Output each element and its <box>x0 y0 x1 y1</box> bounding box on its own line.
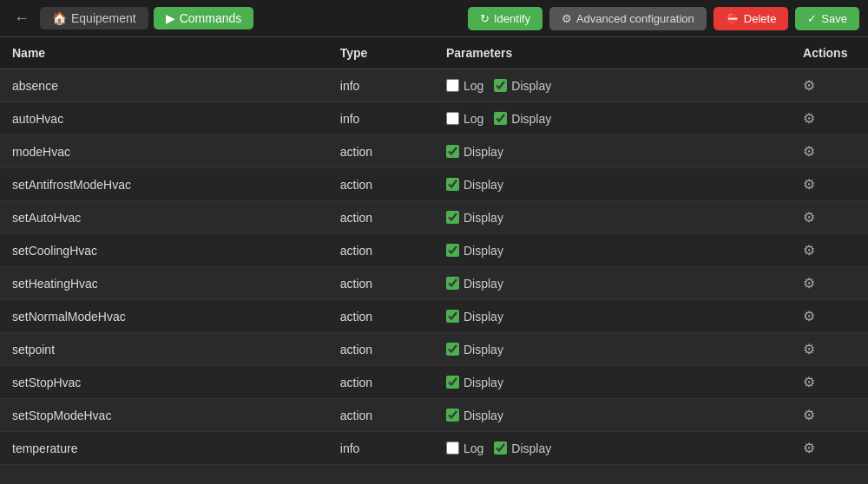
cell-name: autoHvac <box>0 102 328 135</box>
display-checkbox[interactable] <box>446 211 459 224</box>
display-checkbox-label[interactable]: Display <box>446 211 503 225</box>
display-checkbox-label[interactable]: Display <box>446 343 503 356</box>
display-label: Display <box>464 310 503 324</box>
display-checkbox[interactable] <box>446 145 459 158</box>
display-checkbox[interactable] <box>446 310 459 323</box>
display-label: Display <box>464 178 503 192</box>
commands-icon: ▶ <box>166 11 175 25</box>
cell-parameters: LogDisplay <box>434 432 791 465</box>
table-row: temperatureinfoLogDisplay⚙ <box>0 432 868 465</box>
delete-button[interactable]: ⛔ Delete <box>713 7 789 30</box>
display-checkbox-label[interactable]: Display <box>494 112 551 126</box>
cell-actions: ⚙ <box>791 168 868 201</box>
row-settings-icon[interactable]: ⚙ <box>803 441 815 455</box>
cell-parameters: Display <box>434 399 791 432</box>
cell-actions: ⚙ <box>791 267 868 300</box>
display-checkbox[interactable] <box>446 343 459 356</box>
advanced-config-button[interactable]: ⚙ Advanced configuration <box>549 7 707 30</box>
row-settings-icon[interactable]: ⚙ <box>803 243 815 258</box>
cell-parameters: Display <box>434 168 791 201</box>
identify-button[interactable]: ↻ Identify <box>468 7 542 30</box>
log-checkbox[interactable] <box>446 441 459 455</box>
log-checkbox-label[interactable]: Log <box>446 112 483 126</box>
cell-parameters: Display <box>434 201 791 234</box>
display-checkbox-label[interactable]: Display <box>446 145 503 159</box>
col-header-parameters: Parameters <box>434 37 791 69</box>
cell-actions: ⚙ <box>791 399 868 432</box>
table-row: setStopModeHvacactionDisplay⚙ <box>0 399 868 432</box>
display-checkbox[interactable] <box>446 277 459 290</box>
commands-tab-label: Commands <box>180 11 242 25</box>
save-button[interactable]: ✓ Save <box>795 7 859 30</box>
display-checkbox[interactable] <box>446 178 459 191</box>
cell-actions: ⚙ <box>791 234 868 267</box>
tab-commands[interactable]: ▶ Commands <box>154 7 254 29</box>
log-checkbox-label[interactable]: Log <box>446 441 483 455</box>
delete-label: Delete <box>744 12 777 25</box>
back-button[interactable]: ← <box>9 8 35 29</box>
table-row: setStopHvacactionDisplay⚙ <box>0 366 868 399</box>
cell-name: setAntifrostModeHvac <box>0 168 328 201</box>
row-settings-icon[interactable]: ⚙ <box>803 342 815 356</box>
row-settings-icon[interactable]: ⚙ <box>803 309 815 324</box>
row-settings-icon[interactable]: ⚙ <box>803 111 815 126</box>
tab-equipment[interactable]: 🏠 Equipement <box>40 7 148 29</box>
cell-parameters: LogDisplay <box>434 102 791 135</box>
display-checkbox-label[interactable]: Display <box>446 178 503 192</box>
display-label: Display <box>511 441 551 455</box>
display-checkbox-label[interactable]: Display <box>446 409 503 422</box>
table-wrapper: Name Type Parameters Actions absenceinfo… <box>0 37 868 484</box>
log-checkbox-label[interactable]: Log <box>446 79 483 93</box>
display-checkbox[interactable] <box>446 244 459 257</box>
display-checkbox-label[interactable]: Display <box>446 376 503 389</box>
gear-icon: ⚙ <box>562 12 572 25</box>
display-checkbox-label[interactable]: Display <box>494 79 551 93</box>
cell-name: modeHvac <box>0 135 328 168</box>
row-settings-icon[interactable]: ⚙ <box>803 78 815 93</box>
log-label: Log <box>464 79 483 93</box>
display-checkbox-label[interactable]: Display <box>446 244 503 258</box>
save-label: Save <box>821 12 847 25</box>
cell-actions: ⚙ <box>791 300 868 333</box>
cell-type: action <box>328 333 434 366</box>
header: ← 🏠 Equipement ▶ Commands ↻ Identify ⚙ A… <box>0 0 868 37</box>
display-checkbox[interactable] <box>494 112 507 125</box>
equipment-icon: 🏠 <box>52 11 67 25</box>
display-checkbox-label[interactable]: Display <box>494 441 551 455</box>
display-label: Display <box>464 244 503 258</box>
display-label: Display <box>464 211 503 225</box>
display-checkbox[interactable] <box>446 409 459 422</box>
row-settings-icon[interactable]: ⚙ <box>803 408 815 422</box>
row-settings-icon[interactable]: ⚙ <box>803 144 815 159</box>
display-checkbox[interactable] <box>494 79 507 92</box>
cell-actions: ⚙ <box>791 69 868 102</box>
row-settings-icon[interactable]: ⚙ <box>803 177 815 192</box>
log-label: Log <box>464 441 483 455</box>
row-settings-icon[interactable]: ⚙ <box>803 210 815 225</box>
display-label: Display <box>511 112 551 126</box>
log-checkbox[interactable] <box>446 112 459 125</box>
cell-name: setCoolingHvac <box>0 234 328 267</box>
cell-parameters: Display <box>434 366 791 399</box>
table-row: setpointactionDisplay⚙ <box>0 333 868 366</box>
save-icon: ✓ <box>807 12 817 25</box>
display-checkbox-label[interactable]: Display <box>446 310 503 324</box>
log-label: Log <box>464 112 483 126</box>
display-label: Display <box>464 343 503 356</box>
row-settings-icon[interactable]: ⚙ <box>803 276 815 291</box>
header-actions: ↻ Identify ⚙ Advanced configuration ⛔ De… <box>468 7 859 30</box>
display-checkbox-label[interactable]: Display <box>446 277 503 291</box>
table-row: setNormalModeHvacactionDisplay⚙ <box>0 300 868 333</box>
col-header-type: Type <box>328 37 434 69</box>
display-checkbox[interactable] <box>446 376 459 389</box>
col-header-name: Name <box>0 37 328 69</box>
log-checkbox[interactable] <box>446 79 459 92</box>
display-label: Display <box>511 79 551 93</box>
cell-type: action <box>328 399 434 432</box>
cell-name: setHeatingHvac <box>0 267 328 300</box>
display-checkbox[interactable] <box>494 441 507 455</box>
row-settings-icon[interactable]: ⚙ <box>803 375 815 389</box>
cell-parameters: LogDisplay <box>434 69 791 102</box>
display-label: Display <box>464 277 503 291</box>
cell-parameters: Display <box>434 234 791 267</box>
